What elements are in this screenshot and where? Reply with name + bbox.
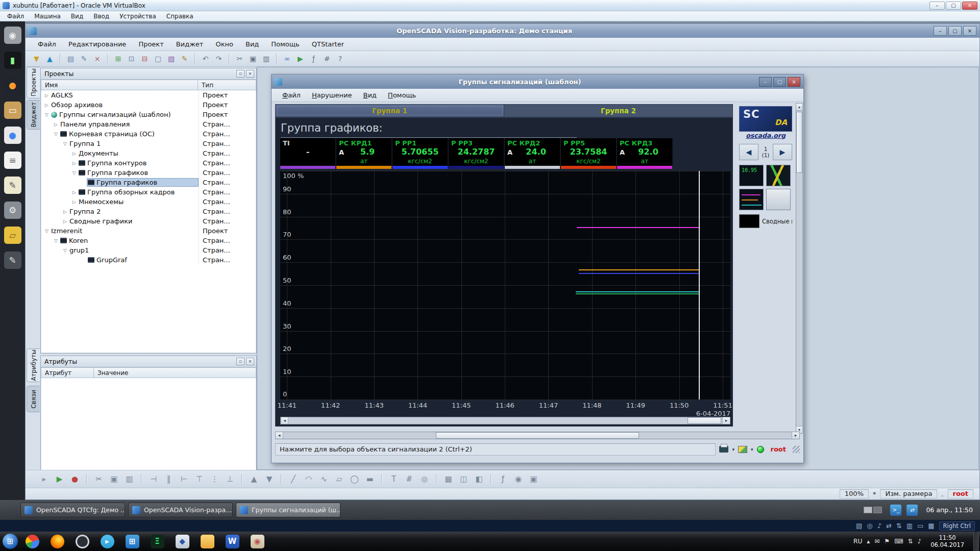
- zoom-tool-icon[interactable]: ◎: [418, 473, 431, 486]
- virtualbox-icon[interactable]: ◆: [172, 533, 193, 549]
- column-header-attribute[interactable]: Атрибут: [41, 367, 94, 378]
- firefox-icon[interactable]: [46, 533, 68, 549]
- tree-item[interactable]: Группа 1: [68, 139, 199, 148]
- misc-tool-icon[interactable]: ▣: [527, 473, 540, 486]
- oscada-close-button[interactable]: ×: [963, 26, 976, 36]
- tree-item[interactable]: grup1: [68, 246, 199, 255]
- expand-arrow-icon[interactable]: ▷: [62, 209, 68, 214]
- office-suite-icon[interactable]: ⊞: [121, 533, 143, 549]
- workspace-1[interactable]: [864, 507, 872, 513]
- dialog-minimize-button[interactable]: –: [759, 77, 772, 87]
- attributes-close-button[interactable]: ×: [246, 358, 254, 365]
- horizontal-scroll-thumb[interactable]: [436, 432, 639, 439]
- copy-widget-icon[interactable]: ▣: [108, 473, 120, 486]
- time-cursor[interactable]: [699, 171, 700, 399]
- oscada-menu-3[interactable]: Проект: [132, 40, 169, 48]
- redo-icon[interactable]: ↷: [213, 53, 225, 65]
- undo-icon[interactable]: ↶: [200, 53, 211, 65]
- chart-scroll-right-button[interactable]: ▸: [722, 417, 730, 424]
- expand-arrow-icon[interactable]: ▷: [43, 103, 50, 108]
- oscada-menu-5[interactable]: Окно: [209, 40, 239, 48]
- text-editor-icon[interactable]: ≡: [4, 152, 21, 169]
- add-widget-icon[interactable]: ⊞: [112, 53, 124, 65]
- oscada-menu-4[interactable]: Виджет: [170, 40, 210, 48]
- vertical-scroll-track[interactable]: [796, 111, 802, 426]
- mail-icon[interactable]: ✉: [874, 538, 879, 545]
- chart-scroll-left-button[interactable]: ◂: [281, 417, 288, 424]
- expand-arrow-icon[interactable]: ▷: [62, 219, 68, 224]
- link-icon[interactable]: ∞: [281, 53, 293, 65]
- export-image-icon[interactable]: [738, 446, 747, 453]
- arc-figure-icon[interactable]: ◠: [302, 473, 315, 486]
- vbox-menu-6[interactable]: Справка: [161, 11, 199, 21]
- vbox-menu-3[interactable]: Вид: [66, 11, 88, 21]
- tree-item[interactable]: Корневая страница (ОС): [59, 130, 199, 138]
- dialog-vertical-scrollbar[interactable]: ▴ ▾: [796, 103, 803, 434]
- text-tool-icon[interactable]: T: [387, 473, 400, 486]
- chrome-icon[interactable]: ●: [4, 127, 21, 144]
- line-figure-icon[interactable]: ╱: [287, 473, 300, 486]
- tree-row[interactable]: ▷Обзор архивовПроект: [41, 100, 256, 110]
- host-clock[interactable]: 11:50 06.04.2017: [926, 534, 969, 548]
- tree-item[interactable]: Мнемосхемы: [78, 197, 199, 206]
- flag-icon[interactable]: ⚑: [884, 538, 890, 545]
- tree-item[interactable]: GrupGraf: [87, 256, 199, 264]
- document-thumbnail[interactable]: [766, 189, 791, 210]
- guest-clock[interactable]: 06 апр., 11:50: [926, 506, 973, 514]
- scroll-left-button[interactable]: ◂: [276, 432, 283, 439]
- taskbar-button-3[interactable]: Группы сигнализаций (ш...: [236, 503, 340, 517]
- vertical-scroll-thumb[interactable]: [796, 112, 802, 173]
- function-icon[interactable]: ƒ: [308, 53, 320, 65]
- tree-item[interactable]: Группа 2: [68, 207, 199, 216]
- tree-row[interactable]: ▷Панели управленияСтран...: [41, 119, 256, 129]
- current-user-badge[interactable]: root: [768, 445, 790, 453]
- raise-widget-icon[interactable]: ▲: [248, 473, 260, 486]
- oscada-menu-1[interactable]: Файл: [32, 40, 62, 48]
- workspace-switcher[interactable]: [864, 507, 882, 513]
- new-page-icon[interactable]: ▤: [65, 53, 77, 65]
- expand-arrow-icon[interactable]: ▷: [71, 190, 78, 195]
- paste-widget-icon[interactable]: ▥: [123, 473, 136, 486]
- dialog-close-button[interactable]: ×: [788, 77, 800, 87]
- edit-page-icon[interactable]: ✎: [78, 53, 90, 65]
- cursor-mode-icon[interactable]: ▸: [38, 473, 51, 486]
- shared-folders-icon[interactable]: ▥: [906, 522, 913, 530]
- tree-row[interactable]: ▷Сводные графикиСтран...: [41, 216, 256, 226]
- polygon-figure-icon[interactable]: ▱: [333, 473, 346, 486]
- next-group-button[interactable]: ▶: [773, 144, 792, 160]
- dialog-menu-1[interactable]: Файл: [277, 91, 306, 99]
- telegram-icon[interactable]: ▸: [96, 533, 118, 549]
- tree-item[interactable]: Группа обзорных кадров: [78, 188, 199, 196]
- oscada-maximize-button[interactable]: ▢: [948, 26, 962, 36]
- dialog-menu-4[interactable]: Помощь: [382, 91, 422, 99]
- cut-icon[interactable]: ✂: [234, 53, 246, 65]
- oscada-site-link[interactable]: oscada.org: [739, 132, 792, 140]
- usb-icon[interactable]: ⇅: [896, 522, 902, 530]
- dialog-titlebar[interactable]: Группы сигнализаций (шаблон) – ▢ ×: [272, 74, 803, 89]
- dialog-maximize-button[interactable]: ▢: [773, 77, 786, 87]
- vbox-menu-2[interactable]: Машина: [29, 11, 66, 21]
- dialog-horizontal-scrollbar[interactable]: ◂ ▸: [275, 432, 800, 439]
- oscada-titlebar[interactable]: OpenSCADA Vision-разработка: Демо станци…: [26, 24, 979, 38]
- language-indicator[interactable]: RU: [853, 538, 862, 545]
- expand-arrow-icon[interactable]: ▷: [53, 122, 59, 127]
- chart-thumbnail[interactable]: [766, 165, 791, 186]
- tree-row[interactable]: Группа графиковСтран...: [41, 178, 256, 187]
- run-widget-icon[interactable]: ▶: [53, 473, 66, 486]
- chart-scroll-thumb[interactable]: [688, 417, 721, 424]
- dock-tab-links[interactable]: Связи: [27, 386, 40, 412]
- load-from-db-icon[interactable]: ▼: [31, 53, 42, 65]
- collapse-arrow-icon[interactable]: ▽: [62, 248, 68, 253]
- grid-icon[interactable]: #: [321, 53, 333, 65]
- insert-widget-icon[interactable]: ⊡: [126, 53, 137, 65]
- column-header-name[interactable]: Имя: [41, 80, 198, 90]
- delete-widget-icon[interactable]: ⊟: [139, 53, 151, 65]
- widget-properties-icon[interactable]: ▧: [165, 53, 177, 65]
- tree-row[interactable]: ▽Группа 1Стран...: [41, 139, 256, 148]
- ungroup-widgets-icon[interactable]: ◫: [457, 473, 470, 486]
- prev-group-button[interactable]: ◀: [739, 144, 758, 160]
- collapse-arrow-icon[interactable]: ▽: [43, 229, 50, 234]
- grid-toggle-icon[interactable]: #: [403, 473, 415, 486]
- network-icon[interactable]: ⇄: [886, 522, 892, 530]
- column-header-value[interactable]: Значение: [94, 367, 256, 378]
